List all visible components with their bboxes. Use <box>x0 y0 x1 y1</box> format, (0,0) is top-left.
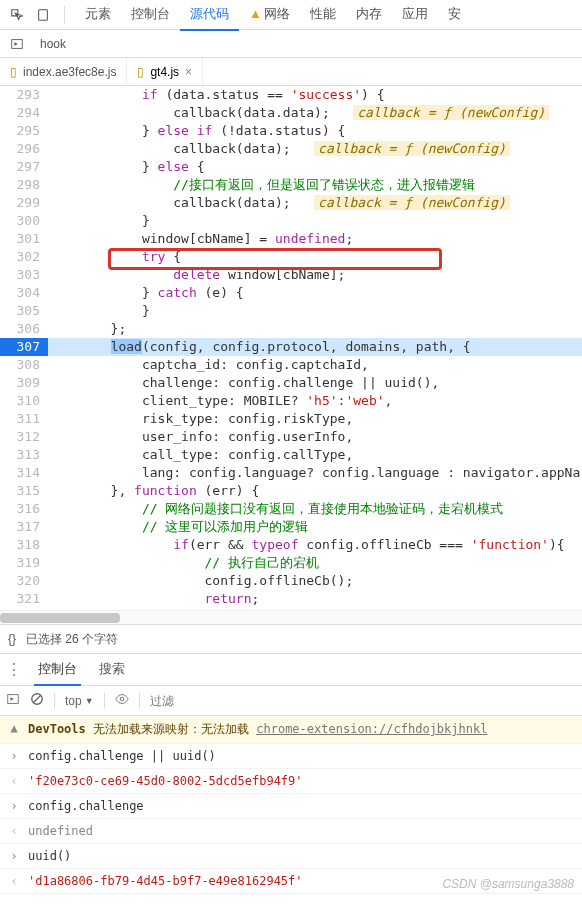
console-warning: ▲DevTools 无法加载来源映射：无法加载 chrome-extension… <box>0 716 582 744</box>
warning-triangle-icon: ▲ <box>8 721 20 735</box>
console-entry-4[interactable]: ›uuid() <box>0 844 582 869</box>
close-icon[interactable]: × <box>185 65 192 79</box>
console-output[interactable]: ▲DevTools 无法加载来源映射：无法加载 chrome-extension… <box>0 716 582 894</box>
main-tab-0[interactable]: 元素 <box>75 0 121 31</box>
code-line-300[interactable]: } <box>48 212 582 230</box>
main-tab-5[interactable]: 内存 <box>346 0 392 31</box>
line-gutter: 2932942952962972982993003013023033043053… <box>0 86 48 610</box>
code-line-312[interactable]: user_info: config.userInfo, <box>48 428 582 446</box>
code-line-306[interactable]: }; <box>48 320 582 338</box>
main-tab-4[interactable]: 性能 <box>300 0 346 31</box>
code-line-321[interactable]: return; <box>48 590 582 608</box>
console-entry-text: uuid() <box>28 849 574 863</box>
code-line-317[interactable]: // 这里可以添加用户的逻辑 <box>48 518 582 536</box>
eye-icon[interactable] <box>115 692 129 709</box>
input-arrow-icon: › <box>8 849 20 863</box>
console-toolbar: top▼ <box>0 686 582 716</box>
svg-point-5 <box>120 697 124 701</box>
input-arrow-icon: › <box>8 749 20 763</box>
code-line-307[interactable]: load(config, config.protocol, domains, p… <box>48 338 582 356</box>
output-arrow-icon: ‹ <box>8 824 20 838</box>
file-tabs: ▯index.ae3fec8e.js▯gt4.js× <box>0 58 582 86</box>
file-tab-1[interactable]: ▯gt4.js× <box>127 58 203 85</box>
selection-status: 已选择 26 个字符 <box>26 631 118 648</box>
inspect-icon[interactable] <box>6 4 28 26</box>
code-area[interactable]: if (data.status == 'success') { callback… <box>48 86 582 610</box>
code-line-293[interactable]: if (data.status == 'success') { <box>48 86 582 104</box>
console-entry-text: config.challenge <box>28 799 574 813</box>
clear-console-icon[interactable] <box>30 692 44 709</box>
horizontal-scrollbar[interactable] <box>0 610 582 624</box>
console-entry-0[interactable]: ›config.challenge || uuid() <box>0 744 582 769</box>
file-tab-0[interactable]: ▯index.ae3fec8e.js <box>0 58 127 85</box>
code-editor[interactable]: 2932942952962972982993003013023033043053… <box>0 86 582 610</box>
context-selector[interactable]: top▼ <box>65 694 94 708</box>
code-line-319[interactable]: // 执行自己的宕机 <box>48 554 582 572</box>
code-line-320[interactable]: config.offlineCb(); <box>48 572 582 590</box>
main-tab-6[interactable]: 应用 <box>392 0 438 31</box>
console-entry-text: 'f20e73c0-ce69-45d0-8002-5dcd5efb94f9' <box>28 774 574 788</box>
console-entry-text: undefined <box>28 824 574 838</box>
code-line-308[interactable]: captcha_id: config.captchaId, <box>48 356 582 374</box>
main-tab-1[interactable]: 控制台 <box>121 0 180 31</box>
code-line-297[interactable]: } else { <box>48 158 582 176</box>
console-entry-1[interactable]: ‹'f20e73c0-ce69-45d0-8002-5dcd5efb94f9' <box>0 769 582 794</box>
separator <box>64 6 65 24</box>
code-line-295[interactable]: } else if (!data.status) { <box>48 122 582 140</box>
main-tab-7[interactable]: 安 <box>438 0 471 31</box>
filter-input[interactable] <box>150 694 300 708</box>
main-tab-2[interactable]: 源代码 <box>180 0 239 31</box>
js-file-icon: ▯ <box>10 65 17 79</box>
drawer-tab-list: 控制台搜索 <box>34 654 129 686</box>
svg-line-4 <box>34 696 41 703</box>
code-line-309[interactable]: challenge: config.challenge || uuid(), <box>48 374 582 392</box>
drawer-tabs: ⋮ 控制台搜索 <box>0 654 582 686</box>
code-line-313[interactable]: call_type: config.callType, <box>48 446 582 464</box>
code-line-315[interactable]: }, function (err) { <box>48 482 582 500</box>
main-tab-3[interactable]: ▲网络 <box>239 0 300 31</box>
run-snippet-icon[interactable] <box>6 33 28 55</box>
file-tab-label: gt4.js <box>150 65 179 79</box>
code-line-301[interactable]: window[cbName] = undefined; <box>48 230 582 248</box>
code-line-294[interactable]: callback(data.data); callback = ƒ (newCo… <box>48 104 582 122</box>
code-line-305[interactable]: } <box>48 302 582 320</box>
editor-statusbar: {} 已选择 26 个字符 <box>0 624 582 654</box>
highlight-box <box>108 248 442 270</box>
code-line-318[interactable]: if(err && typeof config.offlineCb === 'f… <box>48 536 582 554</box>
breadcrumb[interactable]: hook <box>36 37 70 51</box>
console-entry-3[interactable]: ‹undefined <box>0 819 582 844</box>
code-line-311[interactable]: risk_type: config.riskType, <box>48 410 582 428</box>
code-line-310[interactable]: client_type: MOBILE? 'h5':'web', <box>48 392 582 410</box>
warning-icon: ▲ <box>249 6 262 21</box>
code-line-304[interactable]: } catch (e) { <box>48 284 582 302</box>
watermark: CSDN @samsunga3888 <box>442 877 574 891</box>
drawer-tab-0[interactable]: 控制台 <box>34 654 81 686</box>
code-line-298[interactable]: //接口有返回，但是返回了错误状态，进入报错逻辑 <box>48 176 582 194</box>
execute-icon[interactable] <box>6 692 20 709</box>
console-entry-2[interactable]: ›config.challenge <box>0 794 582 819</box>
more-icon[interactable]: ⋮ <box>6 660 22 679</box>
code-line-296[interactable]: callback(data); callback = ƒ (newConfig) <box>48 140 582 158</box>
code-line-299[interactable]: callback(data); callback = ƒ (newConfig) <box>48 194 582 212</box>
sources-subbar: hook <box>0 30 582 58</box>
console-entry-text: config.challenge || uuid() <box>28 749 574 763</box>
input-arrow-icon: › <box>8 799 20 813</box>
scroll-thumb[interactable] <box>0 613 120 623</box>
js-file-icon: ▯ <box>137 65 144 79</box>
main-tabs: 元素控制台源代码▲网络性能内存应用安 <box>75 0 471 31</box>
svg-rect-0 <box>39 9 48 20</box>
code-line-314[interactable]: lang: config.language? config.language :… <box>48 464 582 482</box>
output-arrow-icon: ‹ <box>8 774 20 788</box>
code-line-316[interactable]: // 网络问题接口没有返回，直接使用本地验证码，走宕机模式 <box>48 500 582 518</box>
file-tab-label: index.ae3fec8e.js <box>23 65 116 79</box>
device-icon[interactable] <box>32 4 54 26</box>
braces-icon[interactable]: {} <box>8 632 16 646</box>
devtools-main-toolbar: 元素控制台源代码▲网络性能内存应用安 <box>0 0 582 30</box>
drawer-tab-1[interactable]: 搜索 <box>95 654 129 686</box>
output-arrow-icon: ‹ <box>8 874 20 888</box>
